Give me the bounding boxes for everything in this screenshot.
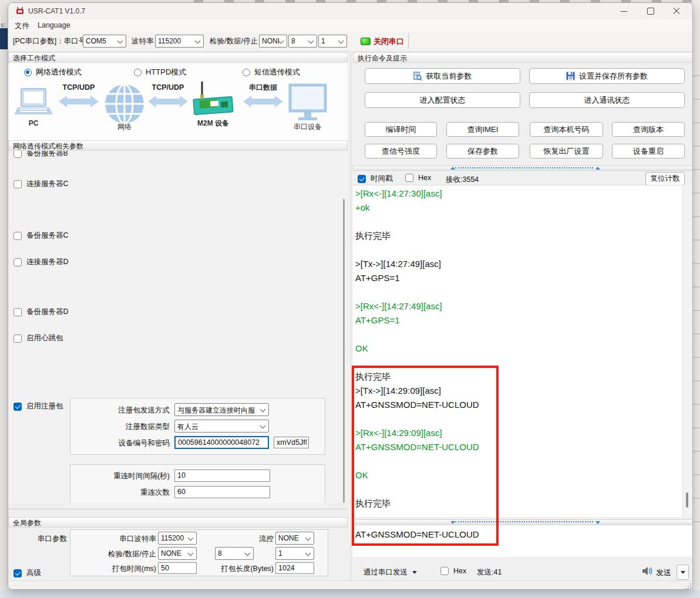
compile-time-button[interactable]: 编译时间 — [365, 122, 437, 137]
log-line — [355, 243, 479, 257]
reset-count-button[interactable]: 复位计数 — [645, 172, 685, 185]
radio-httpd-mode[interactable]: HTTPD模式 — [134, 67, 186, 77]
background-window-fragment — [0, 28, 8, 49]
checkbox-log-hex[interactable]: Hex — [405, 174, 431, 182]
svg-text:串口数据: 串口数据 — [249, 83, 277, 92]
sent-count: 发送:41 — [477, 567, 502, 577]
maximize-button[interactable] — [638, 3, 663, 19]
minimize-button[interactable] — [611, 3, 636, 19]
factory-reset-button[interactable]: 恢复出厂设置 — [530, 144, 603, 158]
button-label: 编译时间 — [386, 124, 416, 135]
enter-comm-button[interactable]: 进入通讯状态 — [529, 92, 685, 108]
command-panel-header: 执行命令及提示 — [353, 52, 693, 63]
baud-select[interactable]: 115200 — [155, 35, 204, 48]
caret-down-icon[interactable] — [412, 571, 417, 574]
doc-search-icon — [413, 72, 422, 81]
device-password-input[interactable]: xmVd5Jf0 — [274, 437, 309, 448]
checkbox-box — [14, 308, 22, 316]
checkbox-checked-box — [14, 569, 22, 577]
pack-time-input[interactable]: 50 — [158, 562, 197, 574]
reconnect-interval-input[interactable]: 10 — [174, 469, 270, 482]
device-password-value: xmVd5Jf0 — [277, 438, 307, 447]
log-splitter[interactable] — [353, 165, 693, 171]
checkbox-backup-server-b[interactable]: 备份服务器B — [14, 151, 68, 158]
checkbox-backup-server-d[interactable]: 备份服务器D — [14, 307, 69, 317]
checkbox-heartbeat[interactable]: 启用心跳包 — [14, 333, 63, 343]
checkbox-checked-box — [14, 403, 22, 411]
reconnect-count-input[interactable]: 60 — [174, 486, 270, 498]
log-line: +ok — [355, 201, 479, 215]
flow-control-value: NONE — [278, 534, 303, 542]
svg-text:网络: 网络 — [117, 123, 132, 131]
query-version-button[interactable]: 查询版本 — [612, 122, 685, 137]
set-save-params-button[interactable]: 设置并保存所有参数 — [529, 68, 685, 84]
svg-text:M2M 设备: M2M 设备 — [197, 119, 229, 127]
send-options-button[interactable] — [677, 565, 689, 580]
stopbits-select[interactable]: 1 — [318, 35, 347, 48]
register-send-mode-select[interactable]: 与服务器建立连接时向服 — [174, 403, 269, 416]
menu-file[interactable]: 文件 — [15, 21, 29, 31]
global-databits-select[interactable]: 8 — [215, 547, 254, 560]
global-parity-select[interactable]: NONE — [158, 547, 197, 560]
get-params-button[interactable]: 获取当前参数 — [365, 68, 520, 84]
pack-len-input[interactable]: 1024 — [275, 562, 314, 574]
log-scrollbar-track[interactable] — [682, 185, 692, 517]
global-stopbits-select[interactable]: 1 — [275, 547, 314, 560]
checkbox-box — [405, 174, 413, 182]
global-stopbits-value: 1 — [278, 549, 303, 558]
radio-net-transparent-mode[interactable]: 网络透传模式 — [24, 67, 82, 77]
query-number-button[interactable]: 查询本机号码 — [530, 122, 603, 137]
pack-len-label: 打包长度(Bytes) — [208, 564, 274, 574]
work-mode-area: 网络透传模式 HTTPD模式 短信透传模式 PC — [8, 63, 348, 140]
global-databits-value: 8 — [218, 549, 243, 558]
global-baud-value: 115200 — [161, 534, 186, 542]
net-params-scroll-area: 备份服务器B 连接服务器C 备份服务器C 连接服务器D 备份服务器D 启用心跳包 — [8, 151, 348, 503]
baud-value: 115200 — [158, 37, 194, 45]
resize-grip[interactable] — [685, 583, 691, 589]
save-params-button[interactable]: 保存参数 — [446, 144, 519, 158]
enter-config-button[interactable]: 进入配置状态 — [365, 92, 520, 108]
flow-control-select[interactable]: NONE — [275, 532, 314, 545]
toolbar-separator — [408, 33, 409, 49]
background-text-fragment: s: — [1, 21, 8, 28]
radio-label: HTTPD模式 — [146, 67, 186, 77]
collapse-up-icon — [595, 167, 600, 170]
checkbox-timestamp[interactable]: 时间戳 — [358, 174, 393, 184]
query-signal-button[interactable]: 查信号强度 — [365, 144, 437, 158]
chevron-down-icon — [245, 550, 251, 556]
device-reboot-button[interactable]: 设备重启 — [612, 144, 685, 158]
data-type-label: 注册数据类型 — [73, 422, 170, 432]
send-button[interactable]: 发送 — [656, 567, 671, 578]
checkbox-enable-register-packet[interactable]: 启用注册包 — [14, 401, 63, 411]
chevron-down-icon — [278, 38, 284, 44]
menu-language[interactable]: Language — [38, 21, 70, 29]
com-port-select[interactable]: COM5 — [83, 35, 126, 48]
close-button[interactable] — [664, 3, 689, 19]
databits-select[interactable]: 8 — [288, 35, 317, 48]
checkbox-backup-server-c[interactable]: 备份服务器C — [14, 231, 69, 241]
checkbox-send-hex[interactable]: Hex — [440, 567, 466, 575]
button-label: 设备重启 — [633, 146, 664, 157]
splitter-handle[interactable] — [455, 167, 593, 170]
global-params-header: 全局参数 — [8, 517, 348, 528]
send-via-dropdown[interactable]: 通过串口发送 — [364, 567, 408, 577]
window-title: USR-CAT1 V1.0.7 — [28, 7, 85, 15]
checkbox-label: 启用心跳包 — [26, 333, 63, 343]
query-imei-button[interactable]: 查询IMEI — [446, 122, 519, 137]
log-scrollbar-thumb[interactable] — [686, 492, 688, 508]
parity-select[interactable]: NONE — [259, 35, 287, 48]
radio-label: 短信透传模式 — [254, 67, 300, 77]
background-right-strip — [693, 0, 700, 598]
device-id-input[interactable]: 00059614000000048072 — [174, 436, 269, 449]
register-data-type-select[interactable]: 有人云 — [174, 420, 269, 433]
global-baud-select[interactable]: 115200 — [158, 532, 197, 545]
left-panel-scrollbar[interactable] — [343, 199, 345, 503]
log-line — [355, 327, 479, 342]
radio-sms-mode[interactable]: 短信透传模式 — [243, 67, 300, 77]
checkbox-advanced[interactable]: 高级 — [14, 568, 41, 578]
checkbox-connect-server-c[interactable]: 连接服务器C — [14, 179, 69, 189]
checkbox-connect-server-d[interactable]: 连接服务器D — [14, 257, 69, 267]
left-panel-splitter[interactable] — [8, 509, 348, 515]
log-line: AT+GPS=1 — [355, 271, 479, 285]
close-serial-button[interactable]: 关闭串口 — [373, 36, 404, 47]
